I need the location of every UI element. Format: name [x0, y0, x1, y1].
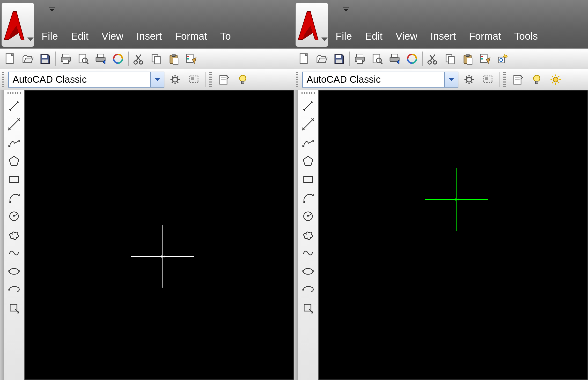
svg-rect-95 [484, 76, 492, 83]
rectangle-button[interactable] [6, 172, 22, 187]
match-properties-button[interactable] [477, 51, 493, 67]
block-editor-button[interactable] [494, 51, 511, 67]
circle-button[interactable] [6, 209, 22, 224]
open-button[interactable] [313, 51, 330, 67]
match-properties-button[interactable] [183, 51, 199, 67]
menu-view[interactable]: View [99, 29, 126, 43]
insert-block-button[interactable] [300, 300, 316, 316]
cut-button[interactable] [424, 51, 441, 67]
new-icon [4, 53, 16, 65]
dock-bar-left[interactable] [0, 90, 4, 380]
menu-format[interactable]: Format [172, 29, 210, 43]
3ddwf-button[interactable] [110, 51, 126, 67]
title-bar: File Edit View Insert Format Tools [294, 0, 588, 48]
save-button[interactable] [37, 51, 53, 67]
properties-button[interactable] [510, 71, 526, 88]
dock-bar-left[interactable] [294, 90, 298, 380]
chevron-down-icon [27, 36, 34, 42]
menu-tools[interactable]: Tools [511, 29, 541, 43]
quick-access-toolbar-dropdown[interactable] [342, 6, 349, 12]
construction-line-button[interactable] [6, 116, 22, 132]
print-preview-button[interactable] [75, 51, 92, 67]
arc-button[interactable] [6, 190, 22, 206]
svg-point-124 [303, 268, 313, 274]
toolbar-grip[interactable] [503, 72, 506, 87]
toolbar-grip[interactable] [7, 92, 21, 94]
insert-block-button[interactable] [6, 300, 22, 316]
toolbar-separator [349, 52, 349, 66]
circle-button[interactable] [300, 209, 316, 224]
menu-file[interactable]: File [39, 29, 61, 43]
paste-button[interactable] [165, 51, 182, 67]
line-button[interactable] [6, 98, 22, 114]
polyline-button[interactable] [6, 135, 22, 151]
toolbar-grip[interactable] [2, 72, 4, 87]
ellipse-arc-button[interactable] [6, 282, 22, 298]
polygon-button[interactable] [6, 153, 22, 169]
publish-button[interactable] [92, 51, 109, 67]
match-icon [185, 53, 197, 65]
open-button[interactable] [19, 51, 36, 67]
drawing-canvas[interactable] [318, 90, 588, 380]
polyline-button[interactable] [300, 135, 316, 151]
workspace-dropdown[interactable]: AutoCAD Classic [8, 72, 165, 88]
copy-button[interactable] [442, 51, 459, 67]
construction-line-button[interactable] [300, 116, 316, 132]
menu-format[interactable]: Format [466, 29, 504, 43]
application-menu-button[interactable] [1, 3, 34, 47]
svg-point-54 [9, 268, 19, 274]
menu-insert[interactable]: Insert [427, 29, 459, 43]
spline-button[interactable] [300, 245, 316, 261]
svg-line-109 [552, 82, 553, 83]
svg-line-94 [471, 76, 472, 77]
properties-button[interactable] [216, 71, 232, 88]
copy-button[interactable] [148, 51, 165, 67]
new-button[interactable] [2, 51, 18, 67]
toolbar-grip[interactable] [209, 72, 212, 87]
menu-file[interactable]: File [333, 29, 355, 43]
dwf-icon [406, 53, 418, 65]
my-workspace-button[interactable] [480, 71, 496, 88]
paste-button[interactable] [459, 51, 476, 67]
layer-off-button[interactable] [235, 71, 251, 88]
toolbar-grip[interactable] [301, 92, 315, 94]
line-button[interactable] [300, 98, 316, 114]
revision-cloud-button[interactable] [300, 227, 316, 242]
workspace-dropdown[interactable]: AutoCAD Classic [302, 72, 459, 88]
polygon-button[interactable] [300, 153, 316, 169]
toolbar-grip[interactable] [296, 72, 298, 87]
drawing-canvas[interactable] [24, 90, 294, 380]
ellipse-arc-icon [8, 284, 20, 296]
layer-off-button[interactable] [529, 71, 545, 88]
new-button[interactable] [296, 51, 312, 67]
svg-line-93 [466, 82, 467, 83]
ellipse-button[interactable] [300, 264, 316, 279]
menu-insert[interactable]: Insert [133, 29, 165, 43]
spline-button[interactable] [6, 245, 22, 261]
toolbar-separator [205, 72, 206, 87]
layer-on-button[interactable] [547, 71, 564, 88]
application-menu-button[interactable] [295, 3, 328, 47]
print-button[interactable] [57, 51, 74, 67]
print-preview-button[interactable] [369, 51, 386, 67]
menu-edit[interactable]: Edit [68, 29, 92, 43]
publish-icon [388, 53, 401, 65]
publish-button[interactable] [386, 51, 403, 67]
rectangle-button[interactable] [300, 172, 316, 187]
svg-point-100 [533, 75, 540, 81]
arc-button[interactable] [300, 190, 316, 206]
my-workspace-button[interactable] [186, 71, 202, 88]
revision-cloud-button[interactable] [6, 227, 22, 242]
ellipse-button[interactable] [6, 264, 22, 279]
print-button[interactable] [351, 51, 368, 67]
workspace-settings-button[interactable] [167, 71, 183, 88]
cut-button[interactable] [130, 51, 147, 67]
menu-tools-truncated[interactable]: To [217, 29, 234, 43]
menu-edit[interactable]: Edit [362, 29, 386, 43]
ellipse-arc-button[interactable] [300, 282, 316, 298]
3ddwf-button[interactable] [404, 51, 420, 67]
save-button[interactable] [331, 51, 347, 67]
workspace-settings-button[interactable] [461, 71, 477, 88]
menu-view[interactable]: View [393, 29, 420, 43]
quick-access-toolbar-dropdown[interactable] [48, 6, 55, 12]
